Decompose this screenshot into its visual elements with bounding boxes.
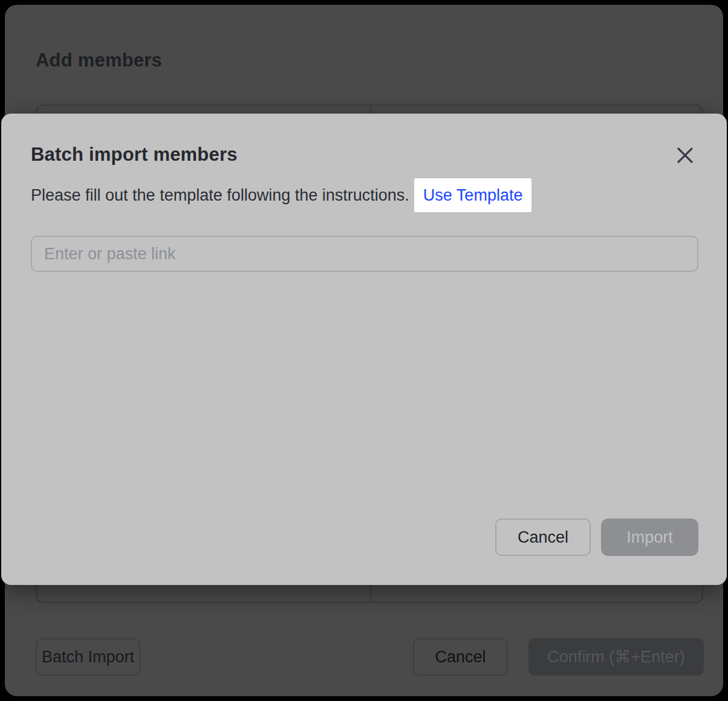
link-input[interactable] — [31, 236, 698, 272]
import-button[interactable]: Import — [601, 518, 698, 556]
modal-cancel-button[interactable]: Cancel — [495, 518, 591, 556]
modal-description-row: Please fill out the template following t… — [31, 178, 531, 213]
use-template-link[interactable]: Use Template — [414, 178, 532, 212]
modal-title: Batch import members — [31, 144, 238, 166]
page-title: Add members — [36, 50, 162, 71]
batch-import-modal: Batch import members Please fill out the… — [1, 114, 727, 585]
screenshot-root: Add members Batch Import Cancel Confirm … — [0, 0, 728, 701]
close-icon[interactable] — [675, 145, 695, 166]
batch-import-button[interactable]: Batch Import — [36, 638, 140, 676]
modal-description: Please fill out the template following t… — [31, 186, 409, 205]
background-cancel-button[interactable]: Cancel — [413, 638, 508, 676]
confirm-button[interactable]: Confirm (⌘+Enter) — [528, 638, 704, 676]
